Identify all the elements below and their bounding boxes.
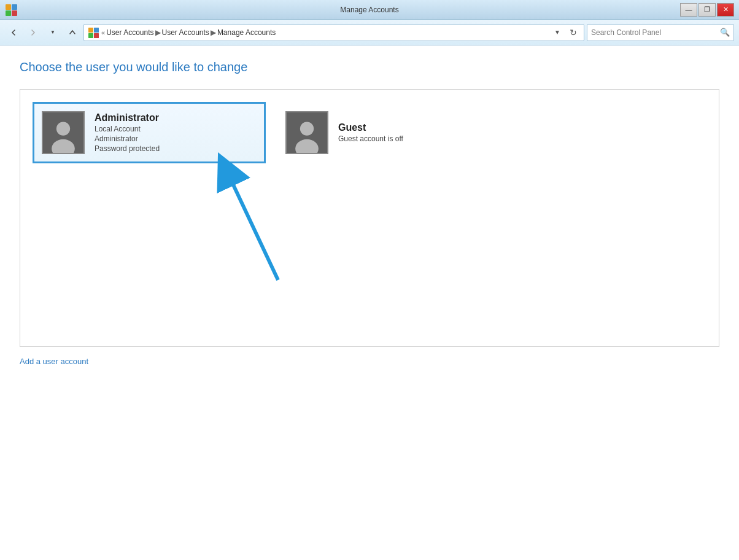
back-button[interactable]: [5, 24, 22, 41]
close-button[interactable]: ✕: [717, 3, 734, 17]
guest-avatar-icon: [288, 116, 325, 153]
up-button[interactable]: [64, 24, 81, 41]
breadcrumb-separator-1: «: [101, 29, 105, 36]
app-icon: [5, 4, 17, 16]
address-cp-icon: [88, 27, 99, 38]
window-title: Manage Accounts: [340, 6, 398, 14]
svg-rect-6: [88, 33, 93, 38]
maximize-button[interactable]: ❐: [698, 3, 716, 17]
svg-point-12: [300, 122, 314, 135]
guest-avatar: [285, 111, 328, 154]
svg-rect-7: [94, 33, 99, 38]
svg-point-9: [56, 122, 70, 135]
add-user-link[interactable]: Add a user account: [20, 357, 88, 366]
address-dropdown-button[interactable]: ▼: [551, 26, 564, 39]
search-input[interactable]: [591, 28, 720, 37]
administrator-detail-2: Administrator: [95, 134, 160, 143]
breadcrumb: « User Accounts ▶ User Accounts ▶ Manage…: [101, 28, 276, 37]
guest-name: Guest: [338, 122, 403, 133]
guest-info: Guest Guest account is off: [338, 122, 403, 143]
forward-icon: [29, 29, 37, 36]
main-content: Choose the user you would like to change…: [0, 45, 739, 560]
address-box[interactable]: « User Accounts ▶ User Accounts ▶ Manage…: [83, 24, 584, 41]
administrator-avatar-icon: [45, 116, 82, 153]
svg-rect-5: [94, 28, 99, 33]
forward-button[interactable]: [25, 24, 42, 41]
svg-rect-2: [6, 10, 11, 16]
svg-rect-0: [6, 4, 11, 10]
svg-rect-4: [88, 28, 93, 33]
svg-line-15: [229, 176, 278, 280]
back-icon: [10, 29, 17, 36]
search-icon[interactable]: 🔍: [720, 28, 730, 37]
breadcrumb-3: Manage Accounts: [217, 28, 276, 37]
title-bar-left: [5, 4, 17, 16]
title-bar-buttons: — ❐ ✕: [680, 3, 734, 17]
breadcrumb-1: User Accounts: [106, 28, 153, 37]
up-icon: [69, 29, 76, 36]
administrator-info: Administrator Local Account Administrato…: [95, 112, 160, 153]
breadcrumb-arrow-2: ▶: [211, 28, 216, 37]
title-bar: Manage Accounts — ❐ ✕: [0, 0, 739, 20]
administrator-detail-3: Password protected: [95, 144, 160, 153]
svg-rect-3: [12, 10, 17, 16]
search-box[interactable]: 🔍: [587, 24, 734, 41]
guest-account-card[interactable]: Guest Guest account is off: [278, 102, 462, 163]
address-bar: ▼ « User Accounts ▶ User Accounts ▶ Mana…: [0, 20, 739, 45]
arrow-annotation: [198, 151, 296, 286]
administrator-name: Administrator: [95, 112, 160, 123]
minimize-button[interactable]: —: [680, 3, 697, 17]
administrator-avatar: [42, 111, 85, 154]
administrator-account-card[interactable]: Administrator Local Account Administrato…: [33, 102, 266, 163]
refresh-button[interactable]: ↻: [567, 26, 580, 39]
page-title: Choose the user you would like to change: [20, 60, 719, 74]
svg-rect-1: [12, 4, 17, 10]
accounts-area: Administrator Local Account Administrato…: [20, 89, 719, 347]
breadcrumb-arrow-1: ▶: [155, 28, 161, 37]
breadcrumb-2: User Accounts: [162, 28, 209, 37]
administrator-detail-1: Local Account: [95, 125, 160, 133]
nav-dropdown-button[interactable]: ▼: [44, 24, 61, 41]
guest-detail-1: Guest account is off: [338, 134, 403, 143]
